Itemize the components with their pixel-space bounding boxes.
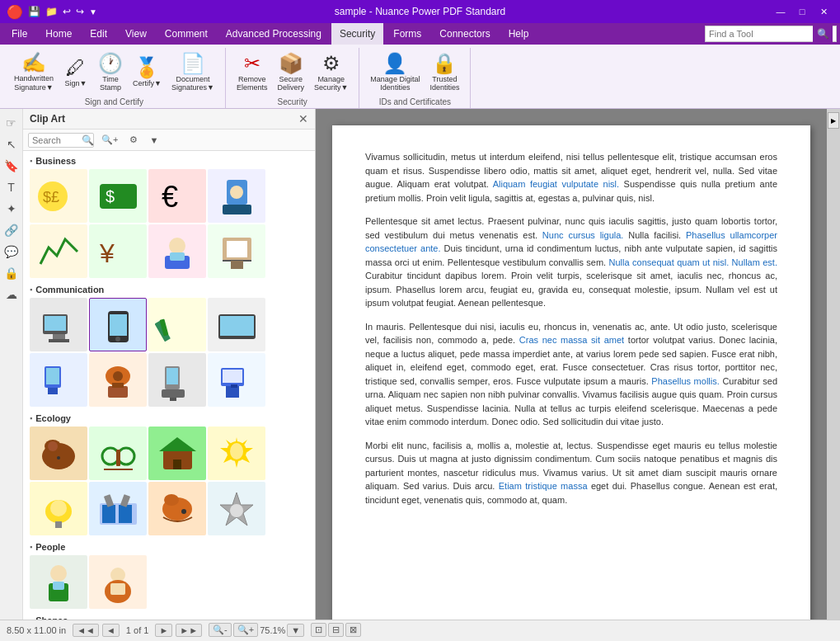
category-communication-toggle: ▪ [30,285,32,294]
menu-advanced-processing[interactable]: Advanced Processing [218,23,330,45]
sidebar-close-button[interactable]: ✕ [298,112,308,125]
nav-stamp-tool[interactable]: ✦ [2,199,21,219]
document-signatures-button[interactable]: 📄 DocumentSignatures▼ [167,48,218,96]
clip-item[interactable]: ¥ [89,224,147,278]
svg-rect-26 [220,316,254,336]
handwritten-signature-button[interactable]: ✍ HandwrittenSignature▼ [10,48,58,96]
clip-item[interactable] [148,482,206,535]
clip-item[interactable] [148,353,206,407]
clip-item[interactable]: $ [89,169,147,223]
sidebar-settings-btn[interactable]: ⚙ [125,132,142,148]
clip-item[interactable] [89,427,147,480]
nav-lock-tool[interactable]: 🔒 [2,263,21,283]
svg-text:¥: ¥ [99,238,115,268]
certify-button[interactable]: 🏅 Certify▼ [129,48,166,96]
clip-item[interactable] [208,482,265,535]
clip-item[interactable] [30,482,87,535]
category-shapes-header[interactable]: ▫ Shapes [26,614,312,620]
nav-first-page[interactable]: ◄◄ [73,624,99,637]
manage-security-button[interactable]: ⚙ ManageSecurity▼ [310,48,352,96]
find-tool-input[interactable] [706,29,813,39]
clip-item[interactable]: $£ [30,169,87,223]
menu-comment[interactable]: Comment [157,23,216,45]
menu-file[interactable]: File [3,23,35,45]
menu-view[interactable]: View [117,23,155,45]
zoom-out-btn[interactable]: 🔍- [209,623,232,637]
nav-prev-page[interactable]: ◄ [102,624,120,637]
quick-access-redo[interactable]: ↪ [76,6,84,17]
clip-item[interactable] [208,427,265,480]
maximize-button[interactable]: □ [792,3,812,20]
category-people-toggle: ▪ [30,543,32,551]
find-tool-button[interactable]: 🔍 [813,26,833,42]
document-scroll-area[interactable]: Vivamus sollicitudin, metus ut interdum … [316,109,827,620]
clip-item[interactable] [148,298,206,351]
category-business-header[interactable]: ▪ Business [26,154,312,167]
right-tab-1[interactable]: ▶ [828,112,839,129]
category-communication: ▪ Communication [26,283,312,408]
manage-digital-ids-button[interactable]: 👤 Manage DigitalIdentities [366,48,424,96]
category-people-header[interactable]: ▪ People [26,540,312,554]
nav-select-tool[interactable]: ↖ [2,134,21,154]
quick-access-more[interactable]: ▼ [89,7,97,16]
nav-bookmark-tool[interactable]: 🔖 [2,156,21,176]
zoom-dropdown[interactable]: ▼ [287,624,304,637]
menu-edit[interactable]: Edit [82,23,115,45]
quick-access-undo[interactable]: ↩ [63,6,71,17]
clip-item[interactable] [89,353,147,407]
facing-page-btn[interactable]: ⊠ [345,623,361,637]
category-people: ▪ People [26,540,312,610]
sign-button[interactable]: 🖊 Sign▼ [59,48,92,96]
clip-item[interactable] [30,427,87,480]
nav-last-page[interactable]: ►► [176,624,202,637]
sidebar-menu-btn[interactable]: ▼ [145,133,162,148]
svg-text:$£: $£ [43,189,59,205]
clip-item[interactable] [208,224,265,278]
category-ecology-header[interactable]: ▪ Ecology [26,412,312,425]
clip-item[interactable] [30,298,87,351]
time-stamp-button[interactable]: 🕐 TimeStamp [94,48,127,96]
menu-forms[interactable]: Forms [385,23,429,45]
svg-rect-33 [112,383,124,388]
menu-security[interactable]: Security [331,23,383,45]
nav-comment-tool[interactable]: 💬 [2,242,21,262]
clip-item[interactable] [89,482,147,535]
clip-item[interactable] [148,224,206,278]
sidebar-zoom-in-btn[interactable]: 🔍+ [97,132,122,148]
nav-next-page[interactable]: ► [155,624,172,637]
close-button[interactable]: ✕ [814,3,833,20]
nav-link-tool[interactable]: 🔗 [2,220,21,240]
svg-rect-60 [102,505,115,523]
clip-item[interactable] [30,224,87,278]
clip-item[interactable] [89,298,147,351]
remove-elements-button[interactable]: ✂ RemoveElements [232,48,272,96]
trusted-identities-button[interactable]: 🔒 TrustedIdentities [425,48,463,96]
menu-connectors[interactable]: Connectors [431,23,498,45]
clip-item[interactable] [208,169,265,223]
category-shapes-toggle: ▫ [30,616,32,620]
clip-item[interactable] [89,555,147,609]
menu-home[interactable]: Home [37,23,80,45]
menu-help[interactable]: Help [500,23,537,45]
clip-item[interactable]: € [148,169,206,223]
clip-item[interactable] [148,427,206,480]
clip-item[interactable] [30,353,87,407]
quick-access-open[interactable]: 📁 [45,6,58,17]
sidebar-search-input[interactable] [32,135,82,145]
minimize-button[interactable]: — [771,3,791,20]
zoom-container: 🔍- 🔍+ 75.1% ▼ [209,623,304,637]
secure-delivery-button[interactable]: 📦 SecureDelivery [273,48,308,96]
nav-hand-tool[interactable]: ☞ [2,113,21,133]
category-communication-header[interactable]: ▪ Communication [26,283,312,296]
svg-point-67 [230,504,243,517]
single-page-btn[interactable]: ⊡ [311,623,326,637]
quick-access-save[interactable]: 💾 [28,6,40,17]
clip-item[interactable] [208,298,265,351]
nav-text-tool[interactable]: T [2,177,21,197]
zoom-in-btn[interactable]: 🔍+ [233,623,258,637]
continuous-page-btn[interactable]: ⊟ [328,623,344,637]
nav-cloud-tool[interactable]: ☁ [2,285,21,304]
clip-item[interactable] [30,555,87,609]
clip-item[interactable] [208,353,265,407]
doc-paragraph-1: Vivamus sollicitudin, metus ut interdum … [365,150,777,205]
